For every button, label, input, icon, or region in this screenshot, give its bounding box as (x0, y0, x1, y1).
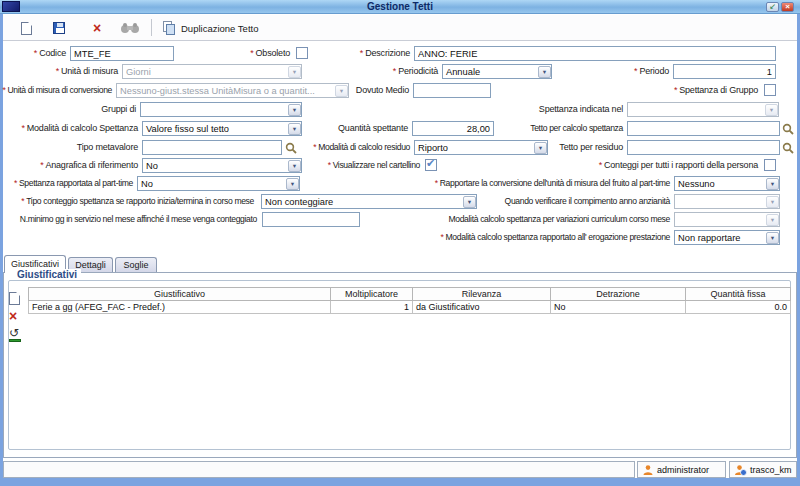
binoculars-icon (120, 22, 140, 34)
duplicazione-tetto-button[interactable]: Duplicazione Tetto (159, 18, 262, 38)
spettanza-indicata-select[interactable]: ▼ (627, 102, 779, 117)
toolbar: × Duplicazione Tetto (3, 15, 797, 41)
tetto-residuo-lookup-button[interactable] (781, 140, 795, 155)
tab-soglie[interactable]: Soglie (115, 257, 157, 272)
codice-label: *Codice (0, 46, 66, 61)
save-floppy-icon (53, 22, 65, 34)
gruppi-di-select[interactable]: ▼ (140, 102, 302, 117)
new-button[interactable] (14, 18, 38, 38)
table-row[interactable]: Ferie a gg (AFEG_FAC - Predef.) 1 da Giu… (29, 301, 791, 314)
modalita-variazioni-label: Modalità calcolo spettanza per variazion… (388, 212, 670, 227)
restore-window-button[interactable]: ↙ (766, 2, 779, 12)
tetto-residuo-input[interactable] (627, 140, 780, 155)
unita-conversione-select[interactable]: Nessuno-giust.stessa UnitàMisura o a qua… (116, 83, 349, 98)
periodo-label: *Periodo (612, 64, 669, 79)
statusbar-user: administrator (657, 465, 709, 475)
anagrafica-select[interactable]: No▼ (142, 158, 302, 173)
modalita-variazioni-select[interactable]: ▼ (674, 212, 780, 227)
required-marker: * (56, 66, 59, 76)
col-giustificativo: Giustificativo (29, 288, 331, 301)
required-marker: * (2, 85, 5, 95)
quantita-spettante-input[interactable] (412, 121, 494, 136)
modalita-spettanza-label: *Modalità di calcolo Spettanza (0, 121, 138, 136)
chevron-down-icon: ▼ (286, 178, 299, 190)
chevron-down-icon: ▼ (766, 196, 779, 208)
magnifier-icon (782, 142, 794, 154)
required-marker: * (393, 66, 396, 76)
periodicita-select[interactable]: Annuale▼ (442, 64, 552, 79)
cell-quantita-fissa[interactable]: 0.0 (686, 301, 791, 314)
grid-undo-button[interactable]: ↺ (9, 327, 27, 343)
visualizzare-cartellino-checkbox[interactable]: ✔ (425, 159, 437, 171)
periodicita-label: *Periodicità (358, 64, 438, 79)
chevron-down-icon: ▼ (463, 196, 476, 208)
chevron-down-icon: ▼ (538, 66, 551, 78)
tipo-metavalore-input[interactable] (142, 140, 282, 155)
n-minimo-gg-label: N.minimo gg in servizio nel mese affinch… (0, 212, 257, 227)
grid-delete-row-button[interactable]: × (9, 308, 27, 324)
required-marker: * (599, 160, 602, 170)
search-button[interactable] (118, 18, 142, 38)
giustificativi-table: Giustificativo Moltiplicatore Rilevanza … (28, 287, 791, 314)
conteggi-rapporti-label: *Conteggi per tutti i rapporti della per… (518, 158, 758, 173)
grid-new-row-button[interactable] (9, 290, 27, 306)
spettanza-indicata-label: Spettanza indicata nel (525, 102, 623, 117)
obsoleto-checkbox[interactable] (296, 47, 308, 59)
cell-detrazione[interactable]: No (551, 301, 686, 314)
undo-icon: ↺ (9, 329, 22, 342)
modalita-erogazione-label: *Modalità calcolo spettanza rapportato a… (383, 230, 670, 245)
tetto-calcolo-label: Tetto per calcolo spettanza (508, 121, 623, 136)
table-header-row: Giustificativo Moltiplicatore Rilevanza … (29, 288, 791, 301)
titlebar[interactable]: Gestione Tetti ↙ × (0, 0, 800, 14)
chevron-down-icon: ▼ (288, 66, 301, 78)
periodo-input[interactable] (673, 64, 776, 79)
required-marker: * (313, 142, 316, 152)
new-document-icon (9, 292, 20, 305)
new-document-icon (21, 22, 32, 35)
visualizzare-cartellino-label: *Visualizzare nel cartellino (300, 158, 420, 173)
chevron-down-icon: ▼ (765, 104, 778, 116)
statusbar-user-cell: administrator (637, 461, 726, 478)
required-marker: * (360, 48, 363, 58)
unita-misura-select[interactable]: Giorni▼ (122, 64, 302, 79)
required-marker: * (21, 196, 24, 206)
tipo-conteggio-select[interactable]: Non conteggiare▼ (261, 194, 477, 209)
quando-verificare-select[interactable]: ▼ (674, 194, 780, 209)
tetto-calcolo-input[interactable] (627, 121, 780, 136)
user-globe-icon (734, 464, 747, 476)
required-marker: * (21, 123, 24, 133)
close-window-button[interactable]: × (781, 2, 794, 12)
chevron-down-icon: ▼ (288, 104, 301, 116)
modalita-erogazione-select[interactable]: Non rapportare▼ (674, 230, 780, 245)
required-marker: * (674, 85, 677, 95)
modalita-residuo-select[interactable]: Riporto▼ (414, 140, 548, 155)
spettanza-gruppo-checkbox[interactable] (764, 84, 776, 96)
conteggi-rapporti-checkbox[interactable] (764, 159, 776, 171)
delete-icon: × (93, 21, 101, 35)
statusbar-profile: trasco_km (750, 465, 792, 475)
user-icon (642, 464, 654, 476)
tipo-conteggio-label: *Tipo conteggio spettanza se rapporto in… (0, 194, 254, 209)
codice-input[interactable] (70, 46, 174, 61)
rapportare-conversione-select[interactable]: Nessuno▼ (674, 176, 780, 191)
required-marker: * (634, 66, 637, 76)
required-marker: * (14, 178, 17, 188)
tetto-calcolo-lookup-button[interactable] (781, 121, 795, 136)
modalita-spettanza-select[interactable]: Valore fisso sul tetto▼ (142, 121, 302, 136)
col-quantita-fissa: Quantità fissa (686, 288, 791, 301)
delete-button[interactable]: × (85, 18, 109, 38)
n-minimo-gg-input[interactable] (262, 212, 360, 227)
required-marker: * (441, 232, 444, 242)
magnifier-icon (782, 123, 794, 135)
required-marker: * (40, 160, 43, 170)
required-marker: * (250, 48, 253, 58)
descrizione-input[interactable] (414, 46, 776, 61)
spettanza-parttime-select[interactable]: No▼ (137, 176, 300, 191)
cell-moltiplicatore[interactable]: 1 (331, 301, 413, 314)
modalita-residuo-label: *Modalità di calcolo residuo (293, 140, 410, 155)
col-detrazione: Detrazione (551, 288, 686, 301)
save-button[interactable] (47, 18, 71, 38)
cell-giustificativo[interactable]: Ferie a gg (AFEG_FAC - Predef.) (29, 301, 331, 314)
cell-rilevanza[interactable]: da Giustificativo (413, 301, 551, 314)
dovuto-medio-input[interactable] (413, 83, 491, 98)
